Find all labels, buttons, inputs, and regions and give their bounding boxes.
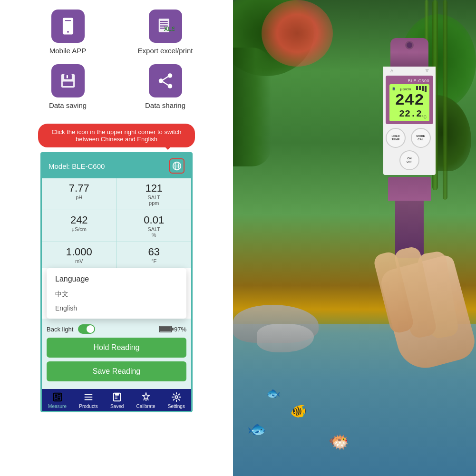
nav-calibrate[interactable]: Calibrate: [136, 392, 155, 409]
calibrate-icon: [141, 392, 151, 402]
salt-pct-value: 0.01: [122, 214, 187, 226]
meter-body: △ ▽ BLE-C600 𝔹 μS/cm: [371, 38, 447, 258]
globe-icon: [172, 161, 182, 171]
save-reading-button[interactable]: Save Reading: [47, 361, 186, 381]
meter-temp-row: 22.2 °C: [392, 108, 427, 119]
nav-saved[interactable]: Saved: [110, 392, 124, 409]
lang-option-chinese[interactable]: 中文: [47, 287, 186, 301]
mode-cal-button[interactable]: MODECAL: [411, 128, 431, 148]
svg-point-15: [167, 84, 172, 88]
svg-point-13: [167, 73, 172, 78]
svg-point-14: [158, 78, 163, 83]
svg-rect-2: [65, 20, 71, 21]
svg-rect-12: [62, 82, 73, 87]
red-leaves: [262, 0, 333, 67]
data-saving-label: Data saving: [49, 101, 87, 109]
svg-point-1: [67, 31, 69, 33]
hold-temp-label: HOLDTEMP: [392, 135, 400, 141]
measure-icon: [52, 392, 63, 402]
backlight-toggle[interactable]: [78, 324, 95, 334]
battery-icon: [159, 326, 172, 332]
svg-line-16: [163, 77, 168, 80]
hold-reading-button[interactable]: Hold Reading: [47, 338, 186, 358]
temp-value: 63: [122, 246, 187, 258]
mv-value: 1.000: [47, 246, 112, 258]
meter-unit-label: μS/cm: [400, 87, 411, 91]
nav-measure[interactable]: Measure: [48, 392, 67, 409]
svg-text:XLS: XLS: [164, 26, 174, 32]
pct-unit: %: [122, 232, 187, 238]
reading-row-1: 7.77 pH 121 SALT ppm: [42, 178, 191, 210]
meter-probe-top: [388, 177, 431, 201]
reading-row-3: 1.000 mV 63 °F: [42, 242, 191, 268]
phone-mockup: Model: BLE-C600 7.77 pH 12: [40, 152, 193, 412]
feature-export: XLS Export excel/print: [124, 10, 207, 55]
hold-temp-button[interactable]: HOLDTEMP: [386, 128, 406, 148]
fish-1: 🐟: [247, 420, 266, 438]
mv-unit: mV: [47, 258, 112, 264]
meter-temp-unit: °C: [422, 115, 427, 119]
meter-arrow-row: △ ▽: [386, 68, 433, 73]
on-off-button[interactable]: ONOFF: [399, 150, 419, 170]
svg-point-35: [175, 396, 178, 398]
meter-device: △ ▽ BLE-C600 𝔹 μS/cm: [371, 38, 447, 258]
excel-icon-box: XLS: [149, 10, 182, 43]
svg-rect-32: [115, 393, 118, 396]
excel-icon: XLS: [156, 17, 175, 35]
temp-cell: 63 °F: [117, 242, 192, 268]
globe-language-button[interactable]: [169, 158, 185, 174]
ph-unit: pH: [47, 194, 112, 200]
phone-model-label: Model: BLE-C600: [49, 162, 105, 170]
meter-display-wrap: BLE-C600 𝔹 μS/cm: [386, 76, 433, 124]
phone-header: Model: BLE-C600: [42, 154, 191, 178]
feature-data-sharing: Data sharing: [124, 64, 207, 109]
mv-cell: 1.000 mV: [42, 242, 117, 268]
language-title: Language: [47, 272, 186, 287]
language-tooltip: Click the icon in the upper right corner…: [38, 124, 195, 147]
down-arrow: ▽: [426, 68, 428, 73]
svg-rect-26: [55, 398, 57, 400]
lang-option-english[interactable]: English: [47, 301, 186, 315]
svg-rect-5: [160, 23, 167, 24]
garden-background: 🐟 🐠 🐡 🐟: [233, 0, 476, 476]
on-off-label: ONOFF: [407, 157, 412, 164]
meter-buttons-grid: HOLDTEMP MODECAL: [386, 128, 433, 148]
battery-indicator: 97%: [159, 326, 186, 333]
nav-calibrate-label: Calibrate: [136, 404, 155, 409]
nav-products[interactable]: Products: [79, 392, 97, 409]
salt-ppm-cell: 121 SALT ppm: [117, 178, 192, 210]
svg-rect-27: [58, 398, 60, 400]
fish-2: 🐠: [290, 403, 307, 419]
saved-icon: [112, 392, 122, 402]
share-icon-box: [149, 64, 182, 97]
conductivity-unit: μS/cm: [47, 226, 112, 232]
backlight-row: Back light 97%: [47, 322, 186, 338]
meter-main-body: △ ▽ BLE-C600 𝔹 μS/cm: [383, 67, 436, 175]
ph-value: 7.77: [47, 182, 112, 194]
nav-settings[interactable]: Settings: [168, 392, 185, 409]
up-arrow: △: [390, 68, 393, 73]
backlight-label: Back light: [47, 326, 73, 333]
nav-saved-label: Saved: [110, 404, 124, 409]
reading-row-2: 242 μS/cm 0.01 SALT %: [42, 210, 191, 242]
data-sharing-label: Data sharing: [145, 101, 185, 109]
conductivity-value: 242: [47, 214, 112, 226]
salt-ppm-value: 121: [122, 182, 187, 194]
ph-cell: 7.77 pH: [42, 178, 117, 210]
meter-top-cap: [390, 38, 428, 67]
phone-bottom-nav: Measure Products Saved: [42, 389, 191, 411]
svg-rect-34: [115, 398, 118, 398]
fish-4: 🐟: [266, 387, 281, 400]
svg-rect-4: [160, 21, 167, 22]
conductivity-cell: 242 μS/cm: [42, 210, 117, 242]
svg-line-17: [163, 82, 168, 85]
battery-fill: [160, 327, 171, 331]
nav-settings-label: Settings: [168, 404, 185, 409]
left-panel: Mobile APP XLS Export excel/print: [0, 0, 233, 476]
meter-display-screen: 𝔹 μS/cm 242 2: [389, 84, 429, 121]
save-icon: [59, 72, 77, 90]
fish-3: 🐡: [328, 432, 350, 452]
export-label: Export excel/print: [138, 47, 193, 55]
nav-measure-label: Measure: [48, 404, 67, 409]
bar-3: [422, 86, 424, 91]
